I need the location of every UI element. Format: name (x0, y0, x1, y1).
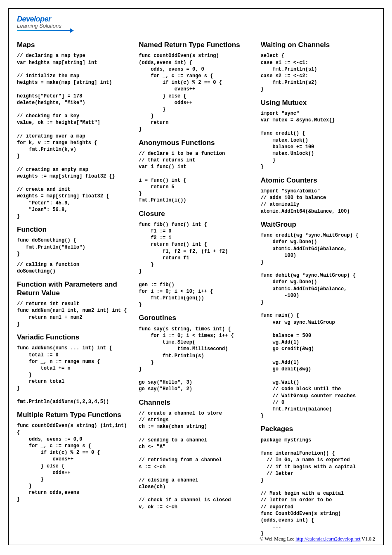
heading-variadic: Variadic Functions (17, 333, 131, 342)
code-function-params: // returns int result func addNum(num1 i… (17, 301, 131, 327)
footer-link[interactable]: http://calendar.learn2develop.net (295, 536, 360, 542)
code-atomic: import "sync/atomic" // adds 100 to bala… (261, 188, 375, 215)
column-2: Named Return Type Functions func countOd… (139, 35, 253, 541)
page: Developer Learning Solutions Maps // dec… (8, 8, 384, 545)
column-1: Maps // declaring a map type var heights… (17, 35, 131, 541)
heading-mutex: Using Mutuex (261, 99, 375, 107)
footer: © Wei-Meng Lee http://calendar.learn2dev… (260, 536, 375, 542)
heading-function: Function (17, 225, 131, 234)
code-anonymous: // declare i to be a function // that re… (139, 150, 253, 204)
heading-function-params: Function with Parameters and Return Valu… (17, 280, 131, 297)
code-function-1: func doSomething() { fmt.Println("Hello"… (17, 237, 131, 257)
code-waitgroup: func credit(wg *sync.WaitGroup) { defer … (261, 232, 375, 419)
heading-channels: Channels (139, 398, 253, 407)
columns: Maps // declaring a map type var heights… (17, 35, 375, 541)
heading-closure: Closure (139, 210, 253, 218)
code-multi-return: func countOddEven(s string) (int,int) { … (17, 422, 131, 503)
heading-named-return: Named Return Type Functions (139, 41, 253, 49)
heading-waiting-channels: Waiting on Channels (261, 41, 375, 49)
code-mutex: import "sync" var mutex = &sync.Mutex{} … (261, 110, 375, 171)
code-goroutines: func say(s string, times int) { for i :=… (139, 326, 253, 393)
column-3: Waiting on Channels select { case s1 := … (261, 35, 375, 541)
code-variadic: func addNums(nums ... int) int { total :… (17, 345, 131, 405)
footer-suffix: V1.0.2 (361, 536, 375, 542)
heading-atomic: Atomic Counters (261, 176, 375, 185)
logo: Developer Learning Solutions (17, 15, 375, 31)
heading-maps: Maps (17, 41, 131, 49)
code-maps: // declaring a map type var heights map[… (17, 52, 131, 220)
logo-underline-icon (17, 30, 71, 31)
heading-goroutines: Goroutines (139, 314, 253, 322)
code-closure: func fib() func() int { f1 := 0 f2 := 1 … (139, 221, 253, 308)
code-function-2: // calling a function doSomething() (17, 261, 131, 275)
code-waiting-channels: select { case s1 := <-c1: fmt.Println(s1… (261, 52, 375, 92)
code-packages: package mystrings func internalFunction(… (261, 437, 375, 537)
heading-waitgroup: WaitGroup (261, 221, 375, 229)
code-named-return: func countOddEven(s string) (odds,evens … (139, 52, 253, 133)
heading-anonymous: Anonymous Functions (139, 139, 253, 147)
heading-multi-return: Multiple Return Type Functions (17, 411, 131, 419)
heading-packages: Packages (261, 425, 375, 433)
logo-title: Developer (17, 15, 375, 24)
footer-prefix: © Wei-Meng Lee (260, 536, 295, 542)
code-channels: // create a channel to store // strings … (139, 410, 253, 510)
